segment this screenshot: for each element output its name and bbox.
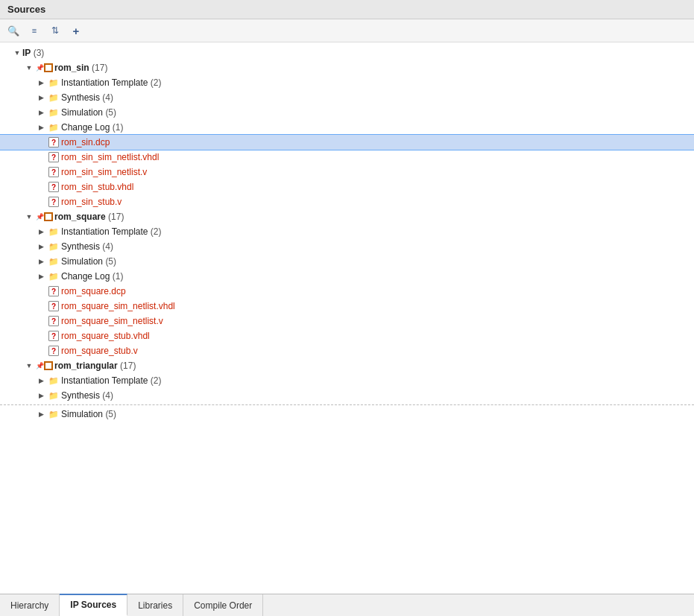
rom-sin-row[interactable]: 📌 rom_sin (17) (0, 60, 694, 75)
rom-sin-dcp-label: rom_sin.dcp (61, 137, 110, 147)
instantiation-label: Instantiation Template (2) (61, 77, 162, 88)
tab-libraries[interactable]: Libraries (127, 594, 183, 616)
rom-sin-vhdl1-label: rom_sin_sim_netlist.vhdl (61, 152, 159, 162)
rom-sin-v1-label: rom_sin_sim_netlist.v (61, 167, 147, 177)
rom-square-simulation-row[interactable]: Simulation (5) (0, 254, 694, 269)
expand-icon: ⇅ (51, 25, 59, 36)
expand-all-button[interactable]: ⇅ (46, 22, 64, 39)
tab-compile-order-label: Compile Order (194, 600, 252, 611)
rom-square-label: rom_square (17) (54, 212, 124, 222)
vfile-icon (48, 316, 59, 326)
folder-icon (48, 241, 60, 253)
collapse-all-button[interactable]: ≡ (25, 22, 43, 39)
toolbar: 🔍 ≡ ⇅ + (0, 19, 694, 42)
panel-title: Sources (7, 4, 45, 15)
rom-square-stub-vhdl-label: rom_square_stub.vhdl (61, 331, 150, 341)
rom-sin-node: 📌 rom_sin (17) Instantiation Template (2… (0, 60, 694, 209)
title-bar: Sources (0, 0, 694, 19)
rom-triangular-node: 📌 rom_triangular (17) Instantiation Temp… (0, 358, 694, 422)
rom-triangular-label: rom_triangular (17) (54, 361, 136, 371)
dcp-icon (48, 137, 59, 147)
instantiation-expand[interactable] (36, 77, 46, 88)
tree-area: IP (3) 📌 rom_sin (17) (0, 42, 694, 594)
tab-libraries-label: Libraries (138, 600, 172, 611)
rom-square-row[interactable]: 📌 rom_square (17) (0, 209, 694, 224)
simulation-label: Simulation (5) (61, 107, 116, 118)
collapse-icon: ≡ (32, 26, 37, 35)
synthesis-expand[interactable] (36, 92, 46, 103)
rom-sin-icon: 📌 (36, 63, 53, 72)
rom-sin-stub-v-label: rom_sin_stub.v (61, 197, 122, 207)
dcp-expand (36, 137, 46, 147)
vfile-icon (48, 167, 59, 177)
rom-triangular-row[interactable]: 📌 rom_triangular (17) (0, 358, 694, 373)
dcp-icon (48, 286, 59, 296)
rom-square-changelog-row[interactable]: Change Log (1) (0, 269, 694, 284)
rom-square-stub-v-label: rom_square_stub.v (61, 346, 138, 356)
rom-sin-simulation-row[interactable]: Simulation (5) (0, 105, 694, 120)
sq-changelog-label: Change Log (1) (61, 271, 123, 282)
tri-synthesis-label: Synthesis (4) (61, 390, 113, 401)
folder-icon (48, 390, 60, 401)
sq-synthesis-label: Synthesis (4) (61, 241, 113, 252)
vfile-icon (48, 331, 59, 341)
sq-instantiation-label: Instantiation Template (2) (61, 226, 162, 237)
add-icon: + (73, 25, 80, 37)
rom-square-stub-v-row[interactable]: rom_square_stub.v (0, 343, 694, 358)
rom-sin-dcp-row[interactable]: rom_sin.dcp (0, 135, 694, 150)
rom-square-dcp-label: rom_square.dcp (61, 286, 126, 296)
folder-icon (48, 121, 60, 133)
vfile-icon (48, 301, 59, 311)
rom-square-instantiation-row[interactable]: Instantiation Template (2) (0, 224, 694, 239)
simulation-expand[interactable] (36, 107, 46, 118)
rom-square-v1-row[interactable]: rom_square_sim_netlist.v (0, 314, 694, 328)
synthesis-label: Synthesis (4) (61, 92, 113, 103)
tab-hierarchy[interactable]: Hierarchy (0, 594, 60, 616)
rom-sin-synthesis-row[interactable]: Synthesis (4) (0, 90, 694, 105)
folder-icon (48, 255, 60, 267)
ip-group-expand[interactable] (12, 48, 22, 58)
rom-sin-stub-vhdl-row[interactable]: rom_sin_stub.vhdl (0, 180, 694, 194)
tab-compile-order[interactable]: Compile Order (183, 594, 263, 616)
vfile-icon (48, 197, 59, 207)
search-icon: 🔍 (7, 25, 19, 36)
tab-ip-sources-label: IP Sources (70, 600, 116, 610)
folder-icon (48, 408, 60, 420)
rom-sin-label: rom_sin (17) (54, 63, 107, 73)
rom-square-vhdl1-label: rom_square_sim_netlist.vhdl (61, 301, 175, 311)
rom-square-synthesis-row[interactable]: Synthesis (4) (0, 239, 694, 254)
ip-group-row[interactable]: IP (3) (0, 45, 694, 60)
rom-square-expand[interactable] (24, 212, 34, 222)
changelog-expand[interactable] (36, 122, 46, 133)
vfile-icon (48, 346, 59, 356)
rom-square-dcp-row[interactable]: rom_square.dcp (0, 284, 694, 299)
rom-square-stub-vhdl-row[interactable]: rom_square_stub.vhdl (0, 328, 694, 343)
ip-group-node: IP (3) 📌 rom_sin (17) (0, 45, 694, 422)
rom-sin-expand[interactable] (24, 63, 34, 73)
folder-icon (48, 92, 60, 104)
vfile-icon (48, 182, 59, 192)
rom-square-node: 📌 rom_square (17) Instantiation Template… (0, 209, 694, 358)
rom-tri-instantiation-row[interactable]: Instantiation Template (2) (0, 373, 694, 388)
tab-ip-sources[interactable]: IP Sources (60, 594, 127, 616)
rom-tri-simulation-row[interactable]: Simulation (5) (0, 407, 694, 422)
rom-sin-changelog-row[interactable]: Change Log (1) (0, 120, 694, 135)
add-button[interactable]: + (67, 22, 85, 39)
tri-instantiation-label: Instantiation Template (2) (61, 375, 162, 386)
folder-icon (48, 270, 60, 282)
rom-tri-synthesis-row[interactable]: Synthesis (4) (0, 388, 694, 403)
rom-sin-v1-row[interactable]: rom_sin_sim_netlist.v (0, 165, 694, 180)
rom-sin-stub-v-row[interactable]: rom_sin_stub.v (0, 194, 694, 209)
rom-sin-stub-vhdl-label: rom_sin_stub.vhdl (61, 182, 133, 192)
vfile-icon (48, 152, 59, 162)
rom-square-vhdl1-row[interactable]: rom_square_sim_netlist.vhdl (0, 299, 694, 314)
sq-simulation-label: Simulation (5) (61, 256, 116, 267)
changelog-label: Change Log (1) (61, 122, 123, 133)
folder-icon (48, 107, 60, 118)
ip-group-label: IP (3) (22, 48, 44, 58)
folder-icon (48, 77, 60, 89)
rom-sin-instantiation-row[interactable]: Instantiation Template (2) (0, 75, 694, 90)
rom-sin-vhdl1-row[interactable]: rom_sin_sim_netlist.vhdl (0, 150, 694, 165)
rom-triangular-expand[interactable] (24, 361, 34, 371)
search-button[interactable]: 🔍 (4, 22, 22, 39)
